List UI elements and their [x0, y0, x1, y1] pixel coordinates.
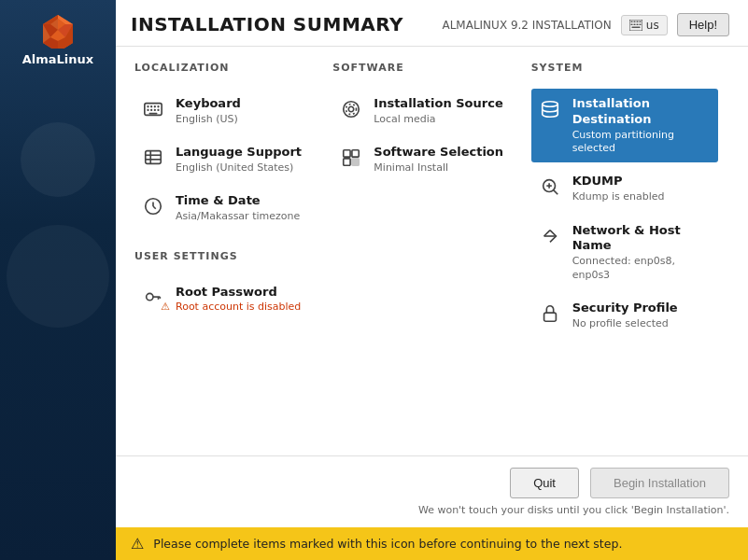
main-panel: INSTALLATION SUMMARY ALMALINUX 9.2 INSTA…: [116, 0, 748, 560]
installation-source-icon: [338, 96, 364, 122]
sidebar-logo-text: AlmaLinux: [22, 52, 93, 66]
network-icon: [537, 223, 563, 249]
header-right: ALMALINUX 9.2 INSTALLATION us Help!: [442, 13, 729, 36]
software-selection-icon: [338, 145, 364, 171]
sidebar-logo: AlmaLinux: [22, 11, 93, 66]
system-heading: SYSTEM: [531, 62, 718, 77]
network-item[interactable]: Network & Host Name Connected: enp0s8, e…: [531, 216, 718, 289]
svg-rect-19: [631, 26, 640, 28]
keyboard-item-title: Keyboard: [176, 96, 241, 112]
installation-source-subtitle: Local media: [374, 113, 502, 126]
sidebar-decoration-1: [21, 122, 95, 197]
begin-installation-button[interactable]: Begin Installation: [590, 468, 729, 498]
time-date-item-title: Time & Date: [176, 193, 300, 209]
keyboard-item-icon: [140, 96, 166, 122]
svg-line-36: [153, 206, 156, 209]
installation-destination-subtitle: Custom partitioning selected: [572, 129, 713, 156]
keyboard-item-subtitle: English (US): [176, 113, 241, 126]
security-profile-icon: [537, 301, 563, 327]
time-date-item-icon: [140, 193, 166, 219]
root-password-item-title: Root Password: [176, 285, 301, 301]
svg-rect-46: [344, 159, 350, 165]
almalinux-version-label: ALMALINUX 9.2 INSTALLATION: [442, 19, 611, 32]
svg-point-42: [349, 106, 355, 112]
network-title: Network & Host Name: [572, 223, 713, 255]
software-selection-subtitle: Minimal Install: [374, 161, 503, 175]
svg-line-50: [553, 190, 557, 195]
warning-bar-message: Please complete items marked with this i…: [153, 537, 622, 551]
almalinux-logo-icon: [39, 11, 77, 49]
system-section: SYSTEM Installation Destination Custom p…: [531, 62, 729, 342]
svg-rect-12: [633, 21, 635, 22]
time-date-item-subtitle: Asia/Makassar timezone: [176, 210, 300, 223]
svg-rect-30: [146, 151, 162, 164]
kdump-item[interactable]: KDUMP Kdump is enabled: [531, 166, 718, 211]
installation-source-title: Installation Source: [374, 96, 502, 112]
keyboard-selector[interactable]: us: [621, 15, 668, 35]
svg-rect-45: [352, 150, 359, 157]
sections-grid: LOCALIZATION: [134, 62, 729, 342]
keyboard-item-text: Keyboard English (US): [176, 96, 241, 126]
security-profile-text: Security Profile No profile selected: [572, 301, 678, 330]
security-profile-item[interactable]: Security Profile No profile selected: [531, 293, 718, 338]
root-password-item-text: Root Password Root account is disabled: [176, 285, 301, 315]
action-hint: We won't touch your disks until you clic…: [418, 504, 729, 516]
kdump-text: KDUMP Kdump is enabled: [572, 174, 665, 203]
sidebar-decoration-2: [7, 225, 109, 328]
installation-destination-text: Installation Destination Custom partitio…: [572, 96, 713, 155]
kdump-subtitle: Kdump is enabled: [572, 190, 665, 203]
software-selection-text: Software Selection Minimal Install: [374, 145, 503, 175]
svg-point-48: [542, 102, 557, 107]
keyboard-icon: [629, 20, 642, 31]
root-password-item[interactable]: ⚠ Root Password Root account is disabled: [134, 277, 321, 322]
user-settings-section: USER SETTINGS ⚠: [134, 250, 321, 322]
network-subtitle: Connected: enp0s8, enp0s3: [572, 255, 713, 282]
time-date-item-text: Time & Date Asia/Makassar timezone: [176, 193, 300, 223]
kdump-title: KDUMP: [572, 174, 665, 189]
localization-section: LOCALIZATION: [134, 62, 332, 342]
root-password-item-icon: ⚠: [140, 285, 166, 311]
help-button[interactable]: Help!: [677, 13, 729, 36]
installation-destination-title: Installation Destination: [572, 96, 713, 128]
software-section: SOFTWARE Installation Source Local media: [332, 62, 530, 342]
warning-bar: ⚠ Please complete items marked with this…: [116, 527, 748, 560]
installation-source-item[interactable]: Installation Source Local media: [332, 89, 519, 133]
bottom-actions: Quit Begin Installation We won't touch y…: [116, 455, 748, 527]
keyboard-locale: us: [646, 19, 659, 32]
svg-rect-11: [630, 21, 632, 22]
action-buttons: Quit Begin Installation: [510, 468, 729, 498]
installation-source-text: Installation Source Local media: [374, 96, 502, 126]
localization-heading: LOCALIZATION: [134, 62, 321, 77]
installation-destination-icon: [537, 96, 563, 122]
language-item[interactable]: Language Support English (United States): [134, 137, 321, 182]
user-settings-heading: USER SETTINGS: [134, 250, 321, 266]
software-selection-item[interactable]: Software Selection Minimal Install: [332, 137, 519, 182]
svg-rect-18: [639, 23, 641, 25]
svg-rect-13: [636, 21, 638, 22]
root-password-item-subtitle: Root account is disabled: [176, 301, 301, 314]
time-date-item[interactable]: Time & Date Asia/Makassar timezone: [134, 186, 321, 231]
security-profile-title: Security Profile: [572, 301, 678, 316]
language-item-text: Language Support English (United States): [176, 145, 302, 175]
security-profile-subtitle: No profile selected: [572, 317, 678, 330]
svg-rect-53: [543, 313, 556, 321]
language-item-icon: [140, 145, 166, 171]
svg-rect-47: [352, 159, 359, 165]
page-title: INSTALLATION SUMMARY: [131, 13, 403, 35]
sidebar: AlmaLinux: [0, 0, 116, 560]
svg-point-37: [147, 293, 153, 300]
svg-rect-44: [344, 150, 350, 157]
svg-rect-16: [633, 23, 635, 25]
svg-rect-14: [639, 21, 641, 22]
warning-bar-icon: ⚠: [131, 535, 144, 553]
header: INSTALLATION SUMMARY ALMALINUX 9.2 INSTA…: [116, 0, 748, 47]
svg-point-43: [346, 105, 357, 115]
kdump-icon: [537, 174, 563, 200]
software-heading: SOFTWARE: [332, 62, 519, 77]
svg-rect-17: [636, 23, 638, 25]
quit-button[interactable]: Quit: [510, 468, 579, 498]
installation-destination-item[interactable]: Installation Destination Custom partitio…: [531, 89, 718, 162]
network-text: Network & Host Name Connected: enp0s8, e…: [572, 223, 713, 282]
language-item-subtitle: English (United States): [176, 161, 302, 175]
keyboard-item[interactable]: Keyboard English (US): [134, 89, 321, 133]
